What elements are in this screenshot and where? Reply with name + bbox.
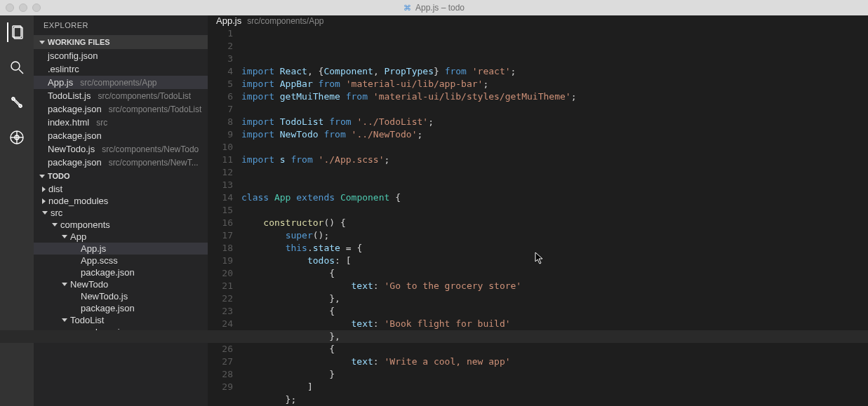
code-line[interactable]: this.state = {: [241, 242, 868, 255]
code-line[interactable]: import React, {Component, PropTypes} fro…: [241, 65, 868, 78]
line-number: 28: [208, 368, 233, 381]
code-line[interactable]: {: [241, 343, 868, 356]
code-line[interactable]: };: [241, 393, 868, 406]
chevron-down-icon: [62, 283, 67, 286]
tree-label: node_modules: [48, 196, 108, 206]
file-name: jsconfig.json: [48, 50, 98, 61]
file-name: .eslintrc: [48, 64, 79, 74]
code-line[interactable]: [241, 166, 868, 179]
tree-folder[interactable]: TodoList: [34, 314, 208, 326]
working-file-item[interactable]: .eslintrc: [34, 62, 208, 76]
code-line[interactable]: {: [241, 305, 868, 318]
code-line[interactable]: [241, 103, 868, 116]
code-content[interactable]: import React, {Component, PropTypes} fro…: [241, 26, 868, 406]
line-number: 6: [208, 90, 233, 103]
file-name: TodoList.js: [48, 90, 91, 101]
working-files-header[interactable]: WORKING FILES: [34, 35, 208, 49]
project-label: TODO: [48, 172, 70, 180]
working-file-item[interactable]: package.json: [34, 129, 208, 142]
code-line[interactable]: ]: [241, 381, 868, 393]
tree-folder[interactable]: dist: [34, 183, 208, 195]
file-path-hint: src: [96, 118, 107, 128]
code-line[interactable]: import AppBar from 'material-ui/lib/app-…: [241, 78, 868, 90]
tree-label: NewTodo: [70, 279, 108, 290]
line-number: 14: [208, 191, 233, 204]
svg-line-3: [19, 69, 23, 74]
line-number: 5: [208, 78, 233, 90]
tree-file[interactable]: App.scss: [34, 255, 208, 266]
working-file-item[interactable]: TodoList.jssrc/components/TodoList: [34, 89, 208, 102]
code-line[interactable]: import TodoList from '../TodoList';: [241, 116, 868, 128]
chevron-down-icon: [39, 41, 45, 44]
working-file-item[interactable]: App.jssrc/components/App: [34, 76, 208, 89]
code-line[interactable]: [241, 204, 868, 217]
git-icon[interactable]: [7, 93, 27, 112]
chevron-right-icon: [42, 187, 46, 192]
code-line[interactable]: [241, 179, 868, 191]
tree-label: dist: [48, 184, 62, 194]
tree-label: App: [70, 231, 86, 242]
line-number: 16: [208, 217, 233, 229]
working-file-item[interactable]: package.jsonsrc/components/TodoList: [34, 102, 208, 116]
window-titlebar: ⌘ App.js – todo: [0, 0, 868, 15]
search-icon[interactable]: [7, 57, 27, 77]
code-line[interactable]: text: 'Go to the grocery store': [241, 280, 868, 292]
editor-tab[interactable]: App.js src/components/App: [208, 15, 868, 26]
tree-file[interactable]: package.json: [34, 302, 208, 314]
tree-label: App.scss: [81, 255, 118, 266]
line-gutter: 1234567891011121314151617181920212223242…: [208, 26, 241, 406]
code-line[interactable]: constructor() {: [241, 217, 868, 229]
line-number: 4: [208, 65, 233, 78]
code-line[interactable]: },: [0, 330, 868, 343]
activity-bar: [0, 15, 34, 406]
working-file-item[interactable]: index.htmlsrc: [34, 116, 208, 129]
tree-label: src: [51, 208, 62, 218]
code-line[interactable]: todos: [: [241, 255, 868, 267]
file-path-hint: src/components/App: [80, 78, 156, 88]
chevron-down-icon: [62, 235, 67, 238]
line-number: 19: [208, 255, 233, 267]
working-file-item[interactable]: jsconfig.json: [34, 49, 208, 62]
tree-folder[interactable]: components: [34, 219, 208, 231]
code-line[interactable]: }: [241, 368, 868, 381]
code-line[interactable]: import s from './App.scss';: [241, 154, 868, 166]
tree-folder[interactable]: node_modules: [34, 195, 208, 207]
line-number: 29: [208, 381, 233, 393]
window-title: ⌘ App.js – todo: [0, 3, 868, 13]
line-number: 26: [208, 343, 233, 356]
code-line[interactable]: super();: [241, 229, 868, 242]
code-line[interactable]: import getMuiTheme from 'material-ui/lib…: [241, 90, 868, 103]
file-name: index.html: [48, 117, 89, 128]
working-file-item[interactable]: NewTodo.jssrc/components/NewTodo: [34, 142, 208, 156]
explorer-icon[interactable]: [7, 22, 27, 42]
vscode-icon: ⌘: [403, 4, 411, 13]
code-line[interactable]: [241, 141, 868, 154]
code-line[interactable]: text: 'Write a cool, new app': [241, 356, 868, 368]
code-line[interactable]: },: [241, 292, 868, 305]
code-line[interactable]: {: [241, 267, 868, 280]
line-number: 27: [208, 356, 233, 368]
tree-folder[interactable]: src: [34, 207, 208, 219]
code-line[interactable]: class App extends Component {: [241, 191, 868, 204]
window-title-text: App.js – todo: [415, 3, 465, 13]
tree-file[interactable]: package.json: [34, 266, 208, 278]
tree-file[interactable]: App.js: [34, 243, 208, 255]
file-name: package.json: [48, 157, 102, 168]
tree-file[interactable]: NewTodo.js: [34, 290, 208, 302]
tree-folder[interactable]: App: [34, 231, 208, 243]
working-files-label: WORKING FILES: [48, 38, 110, 46]
code-editor[interactable]: 1234567891011121314151617181920212223242…: [208, 26, 868, 406]
code-line[interactable]: text: 'Book flight for build': [241, 318, 868, 330]
working-file-item[interactable]: package.jsonsrc/components/NewT...: [34, 156, 208, 169]
tree-folder[interactable]: NewTodo: [34, 278, 208, 290]
debug-icon[interactable]: [7, 128, 27, 147]
line-number: 22: [208, 292, 233, 305]
sidebar-title: EXPLORER: [34, 15, 208, 35]
chevron-down-icon: [39, 175, 45, 178]
project-header[interactable]: TODO: [34, 169, 208, 183]
line-number: 24: [208, 318, 233, 330]
code-line[interactable]: import NewTodo from '../NewTodo';: [241, 128, 868, 141]
editor-area: App.js src/components/App 12345678910111…: [208, 15, 868, 406]
line-number: 9: [208, 128, 233, 141]
line-number: 10: [208, 141, 233, 154]
